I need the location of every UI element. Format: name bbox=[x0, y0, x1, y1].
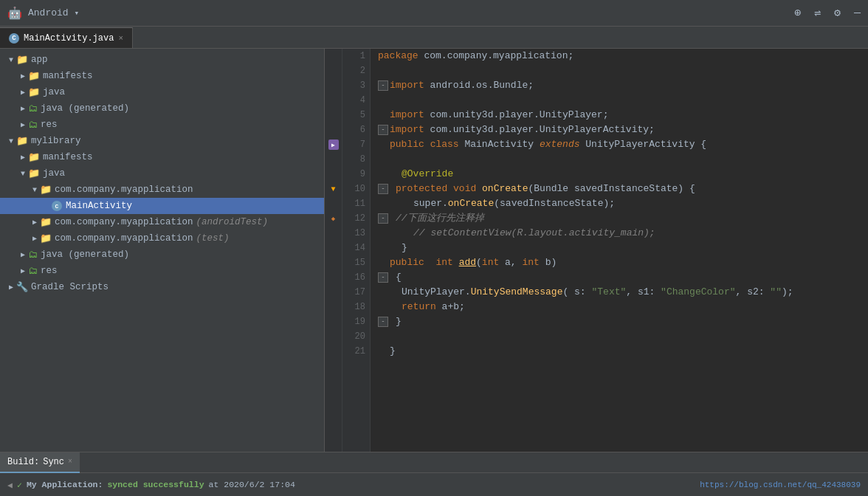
gutter-4 bbox=[325, 93, 342, 108]
line-num-10: 10 bbox=[345, 182, 365, 196]
statusbar-app-label: My Application: bbox=[27, 480, 103, 489]
line-num-1: 1 bbox=[345, 49, 365, 63]
gutter-15 bbox=[325, 255, 342, 270]
tab-close-button[interactable]: × bbox=[118, 34, 123, 43]
arrow-java-gen2 bbox=[18, 250, 28, 259]
code-line-21: } bbox=[378, 344, 861, 359]
folder-icon-res1: 🗂 bbox=[28, 120, 38, 131]
code-editor[interactable]: package com.company.myapplication; - imp… bbox=[371, 49, 868, 452]
sidebar-item-com-company[interactable]: 📁 com.company.myapplication bbox=[0, 182, 324, 198]
folder-icon-test: 📁 bbox=[40, 232, 52, 244]
gutter-5 bbox=[325, 108, 342, 123]
statusbar-left: ◀ ✓ My Application: synced successfully … bbox=[7, 480, 700, 490]
file-tree: 📁 app 📁 manifests 📁 java 🗂 java (generat… bbox=[0, 49, 325, 452]
gutter-3 bbox=[325, 78, 342, 93]
code-line-15: public int add(int a, int b) bbox=[378, 255, 861, 270]
sidebar-item-java2[interactable]: 📁 java bbox=[0, 165, 324, 182]
code-line-19: - } bbox=[378, 314, 861, 329]
sidebar-item-res1[interactable]: 🗂 res bbox=[0, 117, 324, 133]
fold-16[interactable]: - bbox=[378, 272, 388, 283]
code-line-16: - { bbox=[378, 270, 861, 285]
sidebar-label-manifests2: manifests bbox=[43, 152, 93, 162]
code-line-13: // setContentView(R.layout.activity_main… bbox=[378, 226, 861, 241]
bottom-tab-build[interactable]: Build: Sync × bbox=[0, 452, 80, 473]
line-num-14: 14 bbox=[345, 241, 365, 255]
line-numbers: 1 2 3 4 5 6 7 8 9 10 11 12 13 14 15 16 1… bbox=[342, 49, 371, 452]
sidebar-item-java1[interactable]: 📁 java bbox=[0, 84, 324, 100]
code-line-8 bbox=[378, 152, 861, 167]
arrow-res1 bbox=[18, 120, 28, 129]
gutter-8 bbox=[325, 152, 342, 167]
sidebar-item-mylibrary[interactable]: 📁 mylibrary bbox=[0, 133, 324, 149]
gutter-7: ▶ bbox=[325, 137, 342, 152]
globe-icon[interactable]: ⊕ bbox=[794, 6, 801, 20]
statusbar-link[interactable]: https://blog.csdn.net/qq_42438039 bbox=[700, 480, 861, 489]
editor-gutter: ▶ ▼ ◆ bbox=[325, 49, 342, 452]
titlebar-left: 🤖 Android ▾ bbox=[7, 6, 794, 21]
sidebar-item-gradle-scripts[interactable]: 🔧 Gradle Scripts bbox=[0, 279, 324, 295]
editor-wrapper: ▶ ▼ ◆ 1 2 3 4 5 bbox=[325, 49, 868, 452]
arrow-manifests1 bbox=[18, 72, 28, 80]
code-line-3: - import android.os.Bundle; bbox=[378, 78, 861, 93]
code-line-10: - protected void onCreate(Bundle savedIn… bbox=[378, 182, 861, 196]
code-line-5: import com.unity3d.player.UnityPlayer; bbox=[378, 108, 861, 123]
folder-icon-manifests1: 📁 bbox=[28, 70, 40, 82]
sidebar-item-manifests2[interactable]: 📁 manifests bbox=[0, 149, 324, 165]
gutter-1 bbox=[325, 49, 342, 63]
gutter-6 bbox=[325, 123, 342, 137]
sidebar-label-res1: res bbox=[41, 120, 58, 130]
code-line-11: super.onCreate(savedInstanceState); bbox=[378, 196, 861, 211]
gutter-14 bbox=[325, 241, 342, 255]
arrow-java2 bbox=[18, 170, 28, 178]
line-num-13: 13 bbox=[345, 226, 365, 241]
arrow-gradle-scripts bbox=[6, 283, 16, 292]
line-num-19: 19 bbox=[345, 314, 365, 329]
sidebar-item-mainactivity[interactable]: C MainActivity bbox=[0, 198, 324, 214]
folder-icon-com-company: 📁 bbox=[40, 184, 52, 196]
tab-file-icon: C bbox=[9, 33, 19, 44]
folder-icon-java-gen1: 🗂 bbox=[28, 103, 38, 114]
line-num-7: 7 bbox=[345, 137, 365, 152]
bottom-tab-build-label: Build: bbox=[7, 457, 39, 467]
sidebar-item-manifests1[interactable]: 📁 manifests bbox=[0, 68, 324, 84]
sidebar-item-java-gen2[interactable]: 🗂 java (generated) bbox=[0, 247, 324, 263]
gutter-17 bbox=[325, 285, 342, 300]
sidebar-item-androidtest[interactable]: 📁 com.company.myapplication (androidTest… bbox=[0, 214, 324, 230]
gutter-diamond-12: ◆ bbox=[331, 215, 335, 223]
sync-icon[interactable]: ⇌ bbox=[814, 6, 821, 20]
minimize-icon[interactable]: — bbox=[854, 7, 861, 19]
titlebar-dropdown-arrow[interactable]: ▾ bbox=[75, 8, 80, 18]
sidebar-label-androidtest: com.company.myapplication bbox=[55, 217, 193, 227]
gutter-13 bbox=[325, 226, 342, 241]
gutter-16 bbox=[325, 270, 342, 285]
titlebar: 🤖 Android ▾ ⊕ ⇌ ⚙ — bbox=[0, 0, 868, 27]
fold-12[interactable]: - bbox=[378, 213, 388, 224]
fold-10[interactable]: - bbox=[378, 184, 388, 194]
code-line-4 bbox=[378, 93, 861, 108]
sidebar-item-java-gen1[interactable]: 🗂 java (generated) bbox=[0, 100, 324, 117]
settings-icon[interactable]: ⚙ bbox=[834, 6, 841, 20]
file-icon-mainactivity: C bbox=[52, 201, 62, 211]
gutter-20 bbox=[325, 329, 342, 344]
tabbar: C MainActivity.java × bbox=[0, 27, 868, 49]
folder-icon-res2: 🗂 bbox=[28, 266, 38, 277]
fold-19[interactable]: - bbox=[378, 317, 388, 327]
fold-6[interactable]: - bbox=[378, 125, 388, 135]
statusbar-left-arrow[interactable]: ◀ bbox=[7, 480, 13, 490]
line-num-18: 18 bbox=[345, 300, 365, 314]
fold-3[interactable]: - bbox=[378, 80, 388, 91]
folder-icon-app: 📁 bbox=[16, 54, 28, 66]
statusbar-success-icon: ✓ bbox=[17, 480, 22, 490]
bottom-tab-bar: Build: Sync × bbox=[0, 452, 868, 472]
sidebar-item-res2[interactable]: 🗂 res bbox=[0, 263, 324, 279]
arrow-androidtest bbox=[30, 218, 40, 227]
sidebar-item-app[interactable]: 📁 app bbox=[0, 52, 324, 68]
folder-icon-java-gen2: 🗂 bbox=[28, 249, 38, 261]
sidebar-item-test[interactable]: 📁 com.company.myapplication (test) bbox=[0, 230, 324, 247]
bottom-tab-sync-close[interactable]: × bbox=[68, 458, 72, 466]
arrow-com-company bbox=[30, 186, 40, 194]
sidebar-label-res2: res bbox=[41, 266, 58, 276]
code-line-18: return a+b; bbox=[378, 300, 861, 314]
tab-mainactivity[interactable]: C MainActivity.java × bbox=[0, 27, 133, 48]
code-line-6: - import com.unity3d.player.UnityPlayerA… bbox=[378, 123, 861, 137]
